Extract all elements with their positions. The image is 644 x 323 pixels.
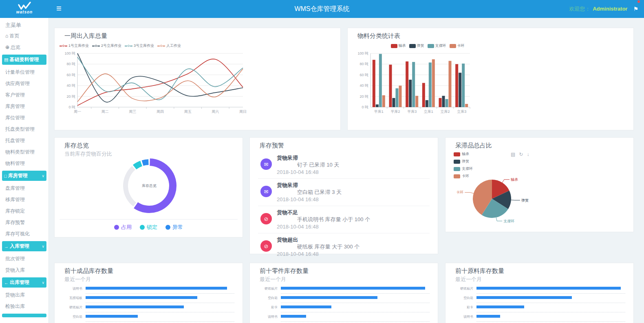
sidebar-group-入库管理[interactable]: →入库管理∨ — [2, 241, 46, 251]
legend-label: 支撑环 — [435, 43, 446, 48]
home-icon: ⌂ — [5, 33, 8, 39]
sidebar-item-移库管理[interactable]: 移库管理 — [0, 194, 49, 205]
sidebar-item-label: 物料管理 — [5, 160, 25, 166]
sidebar-item-计量单位管理[interactable]: 计量单位管理 — [0, 66, 49, 78]
hbar-bar — [476, 315, 500, 318]
legend-item-卡环[interactable]: 卡环 — [450, 43, 468, 48]
panel-stagnant-ratio: 呆滞品总占比 轴承弹簧支撑环卡环 ▤↻↓ 轴承弹簧支撑环卡环 — [445, 137, 634, 232]
sidebar-item-库存锁定[interactable]: 库存锁定 — [0, 205, 49, 217]
legend-item-占用[interactable]: 占用 — [114, 224, 132, 231]
sidebar-group-label: 入库管理 — [10, 243, 29, 250]
hbar-bar — [281, 315, 306, 318]
hbar-row: 说明书 — [258, 315, 430, 323]
hbar-category-label: 说明书 — [258, 315, 278, 319]
svg-text:周日: 周日 — [239, 110, 247, 114]
sidebar-item-托盘类型管理[interactable]: 托盘类型管理 — [0, 123, 49, 135]
sidebar-item-货物出库[interactable]: 货物出库 — [0, 289, 49, 301]
svg-text:0 吨: 0 吨 — [362, 105, 368, 109]
sidebar-item-托盘管理[interactable]: 托盘管理 — [0, 135, 49, 146]
donut-legend: 占用锁定异常 — [55, 224, 243, 231]
sidebar-section-label: 主菜单 — [0, 18, 49, 30]
sidebar-group-库房管理[interactable]: □库房管理∨ — [2, 171, 46, 181]
sidebar-item-label: 计量单位管理 — [5, 69, 35, 75]
legend-item-1号立库作业[interactable]: 1号立库作业 — [60, 43, 92, 48]
svg-text:60 吨: 60 吨 — [66, 73, 75, 77]
mail-icon: ✉ — [260, 158, 272, 170]
sidebar-item-label: 盘库管理 — [5, 185, 25, 191]
sidebar-item-库存预警[interactable]: 库存预警 — [0, 217, 49, 228]
weekly-io-line-chart: 0 吨20 吨40 吨60 吨80 吨100 吨周一周二周三周四周五周六周日 — [59, 51, 328, 121]
sidebar-item-客户管理[interactable]: 客户管理 — [0, 89, 49, 101]
restore-icon[interactable]: ↻ — [519, 152, 523, 157]
notification-flag-icon[interactable]: ⚑ — [633, 0, 638, 18]
sidebar-item-货物入库[interactable]: 货物入库 — [0, 264, 49, 276]
sidebar-group-基础资料管理[interactable]: ▤基础资料管理 — [2, 55, 46, 65]
menu-toggle-icon[interactable]: ≡ — [53, 0, 65, 18]
svg-text:周三: 周三 — [129, 110, 136, 114]
panel-top-parts: 前十零件库存数量 最近一个月 硬纸贴片空白箱彩卡说明书 — [249, 263, 438, 323]
legend-item-异常[interactable]: 异常 — [165, 224, 183, 231]
sidebar-item-label: 库存锁定 — [5, 208, 25, 214]
logo-check-icon — [18, 2, 31, 11]
svg-text:立库3: 立库3 — [457, 110, 466, 114]
legend-item-轴承[interactable]: 轴承 — [454, 152, 473, 157]
legend-item-2号立库作业[interactable]: 2号立库作业 — [92, 43, 125, 48]
panel-title: 呆滞品总占比 — [455, 142, 492, 149]
hbar-row: 说明书 — [63, 287, 234, 296]
legend-item-锁定[interactable]: 锁定 — [140, 224, 157, 231]
sidebar-item-供应商管理[interactable]: 供应商管理 — [0, 78, 49, 89]
sidebar-item-检验出库[interactable]: 检验出库 — [0, 301, 49, 312]
hbar-bar — [281, 287, 425, 290]
mail-icon: ✉ — [260, 186, 272, 197]
hbar-row: 空白箱 — [258, 296, 430, 305]
sidebar-item-label: 批次管理 — [5, 256, 25, 261]
hbar-bar — [86, 315, 138, 318]
hbar-category-label: 硬纸贴片 — [258, 287, 278, 290]
legend-item-支撑环[interactable]: 支撑环 — [428, 43, 450, 48]
sidebar-item-物料管理[interactable]: 物料管理 — [0, 158, 49, 169]
hbar-row: 空白箱 — [454, 296, 625, 305]
legend-item-弹簧[interactable]: 弹簧 — [409, 43, 428, 48]
dotted-gridline — [476, 293, 625, 294]
sidebar-item-label: 供应商管理 — [5, 81, 30, 86]
download-icon[interactable]: ↓ — [527, 152, 529, 157]
square-icon: □ — [4, 174, 7, 178]
sidebar-item-物料类型管理[interactable]: 物料类型管理 — [0, 146, 49, 158]
legend-label: 2号立库作业 — [101, 43, 121, 48]
legend-item-3号立库作业[interactable]: 3号立库作业 — [125, 43, 157, 48]
sidebar-group-出库管理[interactable]: ←出库管理∨ — [2, 277, 46, 288]
hbar-category-label: 空白箱 — [258, 296, 278, 300]
alert-item: ⊘货物不足手机说明书 库存量 小于 100 个2018-10-04 16:48 — [258, 206, 430, 233]
panel-subtitle: 最近一个月 — [64, 276, 91, 283]
alert-item: ⊘货物超出硬纸板 库存量 大于 300 个2018-10-04 16:48 — [258, 233, 430, 260]
svg-text:20 吨: 20 吨 — [359, 94, 368, 99]
legend-item-轴承[interactable]: 轴承 — [391, 43, 409, 48]
panel-top-finished: 前十成品库存数量 最近一个月 说明书瓦楞端板硬纸贴片空白箱 — [54, 263, 243, 323]
legend-item-人工作业[interactable]: 人工作业 — [157, 43, 184, 48]
app-logo[interactable]: watson — [0, 0, 49, 18]
svg-text:平库2: 平库2 — [390, 110, 400, 114]
data-view-icon[interactable]: ▤ — [511, 152, 515, 157]
sidebar-item-库位管理[interactable]: 库位管理 — [0, 112, 49, 123]
sidebar-item-总览[interactable]: ⊕总览 — [0, 42, 49, 53]
top-parts-hbar-chart: 硬纸贴片空白箱彩卡说明书 — [258, 287, 430, 323]
sidebar-item-库房管理[interactable]: 库房管理 — [0, 101, 49, 112]
swatch-icon — [391, 44, 397, 48]
sidebar-group-partial[interactable] — [2, 314, 46, 317]
sidebar-item-库存可视化[interactable]: 库存可视化 — [0, 228, 49, 240]
logo-text: watson — [0, 10, 49, 14]
sidebar-item-label: 库位管理 — [5, 115, 25, 121]
hbar-bar — [476, 287, 621, 290]
sidebar-item-label: 库存可视化 — [5, 231, 30, 237]
panel-inventory-overview: 库存总览 当前库存货物百分比 库存总览 占用锁定异常 — [54, 137, 243, 237]
sidebar-item-批次管理[interactable]: 批次管理 — [0, 253, 49, 264]
dotted-gridline — [86, 321, 234, 322]
hbar-bar — [476, 305, 524, 308]
legend-label: 1号立库作业 — [68, 43, 89, 48]
sidebar-item-首页[interactable]: ⌂首页 — [0, 30, 49, 42]
svg-text:0 吨: 0 吨 — [68, 105, 75, 109]
username[interactable]: Administrator — [593, 0, 627, 18]
svg-text:平库3: 平库3 — [407, 110, 417, 114]
sidebar-item-盘库管理[interactable]: 盘库管理 — [0, 182, 49, 194]
hbar-bar — [86, 305, 184, 308]
